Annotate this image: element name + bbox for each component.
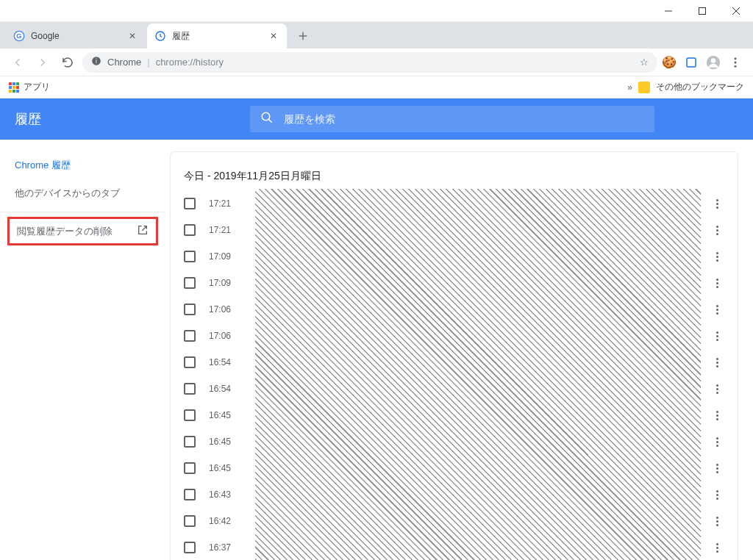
history-entry-redacted — [251, 534, 696, 560]
svg-point-13 — [711, 58, 716, 63]
history-row[interactable]: 16:37 — [171, 534, 738, 560]
back-button[interactable] — [7, 52, 28, 73]
tab-google[interactable]: G Google ✕ — [6, 24, 146, 49]
profile-icon[interactable] — [706, 55, 721, 70]
tab-history[interactable]: 履歴 ✕ — [147, 24, 287, 49]
apps-icon[interactable] — [9, 82, 19, 93]
history-row[interactable]: 16:42 — [171, 508, 738, 534]
google-favicon-icon: G — [13, 30, 25, 42]
history-time: 17:21 — [209, 198, 238, 209]
checkbox[interactable] — [184, 489, 196, 500]
history-entry-redacted — [251, 481, 696, 508]
history-entry-redacted — [251, 190, 696, 217]
more-options-icon[interactable] — [710, 252, 724, 262]
history-entry-redacted — [251, 455, 696, 481]
search-input[interactable] — [284, 113, 644, 125]
sidebar-item-chrome-history[interactable]: Chrome 履歴 — [0, 151, 165, 179]
checkbox[interactable] — [184, 383, 196, 395]
more-options-icon[interactable] — [710, 437, 724, 447]
history-time: 16:54 — [209, 357, 238, 367]
close-icon[interactable]: ✕ — [126, 30, 138, 42]
history-time: 17:09 — [209, 278, 238, 288]
minimize-button[interactable] — [652, 0, 685, 22]
checkbox[interactable] — [184, 436, 196, 448]
new-tab-button[interactable] — [293, 26, 313, 46]
svg-text:i: i — [96, 58, 97, 65]
history-row[interactable]: 16:43 — [171, 481, 738, 508]
sidebar-item-label: 他のデバイスからのタブ — [15, 187, 120, 200]
history-entry-redacted — [251, 270, 696, 296]
reload-button[interactable] — [57, 52, 78, 73]
external-link-icon — [137, 224, 149, 238]
history-row[interactable]: 17:09 — [171, 243, 738, 270]
more-options-icon[interactable] — [710, 226, 724, 235]
sidebar-item-label: Chrome 履歴 — [15, 159, 71, 172]
history-time: 16:37 — [209, 542, 238, 553]
star-icon[interactable]: ☆ — [640, 57, 649, 68]
history-time: 17:06 — [209, 331, 238, 341]
history-time: 17:21 — [209, 225, 238, 235]
other-bookmarks[interactable]: その他のブックマーク — [656, 81, 744, 93]
history-time: 16:54 — [209, 384, 238, 394]
checkbox[interactable] — [184, 304, 196, 315]
more-options-icon[interactable] — [710, 517, 724, 526]
close-button[interactable] — [719, 0, 753, 22]
close-icon[interactable]: ✕ — [268, 30, 279, 42]
history-row[interactable]: 16:45 — [171, 402, 738, 428]
checkbox[interactable] — [184, 542, 196, 553]
apps-label[interactable]: アプリ — [24, 81, 50, 93]
history-time: 16:42 — [209, 516, 238, 526]
more-options-icon[interactable] — [710, 384, 724, 394]
history-row[interactable]: 17:21 — [171, 217, 738, 243]
extension-icon[interactable]: 🍪 — [662, 55, 677, 70]
folder-icon — [638, 82, 650, 93]
checkbox[interactable] — [184, 356, 196, 368]
history-favicon-icon — [154, 30, 166, 42]
history-row[interactable]: 16:54 — [171, 376, 738, 402]
maximize-button[interactable] — [685, 0, 719, 22]
checkbox[interactable] — [184, 515, 196, 527]
history-row[interactable]: 16:45 — [171, 428, 738, 455]
svg-text:G: G — [16, 32, 21, 40]
more-options-icon[interactable] — [710, 358, 724, 367]
more-options-icon[interactable] — [710, 331, 724, 341]
checkbox[interactable] — [184, 330, 196, 342]
history-row[interactable]: 17:06 — [171, 296, 738, 323]
history-time: 16:43 — [209, 489, 238, 500]
sidebar-item-other-devices[interactable]: 他のデバイスからのタブ — [0, 179, 165, 207]
svg-rect-1 — [699, 7, 706, 14]
checkbox[interactable] — [184, 224, 196, 236]
svg-line-18 — [268, 119, 272, 123]
checkbox[interactable] — [184, 277, 196, 289]
more-options-icon[interactable] — [710, 490, 724, 500]
svg-rect-11 — [687, 58, 696, 67]
more-options-icon[interactable] — [710, 279, 724, 288]
history-row[interactable]: 17:09 — [171, 270, 738, 296]
checkbox[interactable] — [184, 251, 196, 262]
history-time: 16:45 — [209, 410, 238, 420]
address-bar[interactable]: i Chrome | chrome://history ☆ — [82, 52, 657, 73]
tab-title: Google — [31, 31, 126, 41]
app-header: 履歴 — [0, 98, 753, 140]
checkbox[interactable] — [184, 462, 196, 474]
history-row[interactable]: 17:06 — [171, 323, 738, 349]
menu-icon[interactable] — [728, 55, 743, 70]
more-options-icon[interactable] — [710, 305, 724, 315]
history-entry-redacted — [251, 296, 696, 323]
history-row[interactable]: 16:45 — [171, 455, 738, 481]
page-title: 履歴 — [15, 110, 250, 128]
history-row[interactable]: 17:21 — [171, 190, 738, 217]
more-options-icon[interactable] — [710, 199, 724, 209]
checkbox[interactable] — [184, 409, 196, 421]
overflow-icon[interactable]: » — [627, 82, 632, 93]
forward-button[interactable] — [32, 52, 53, 73]
history-row[interactable]: 16:54 — [171, 349, 738, 376]
history-time: 16:45 — [209, 437, 238, 447]
more-options-icon[interactable] — [710, 543, 724, 553]
sidebar-item-clear-data[interactable]: 閲覧履歴データの削除 — [7, 217, 158, 245]
checkbox[interactable] — [184, 198, 196, 209]
extension-icon-2[interactable] — [684, 55, 699, 70]
search-icon — [260, 111, 274, 127]
more-options-icon[interactable] — [710, 464, 724, 473]
more-options-icon[interactable] — [710, 411, 724, 420]
